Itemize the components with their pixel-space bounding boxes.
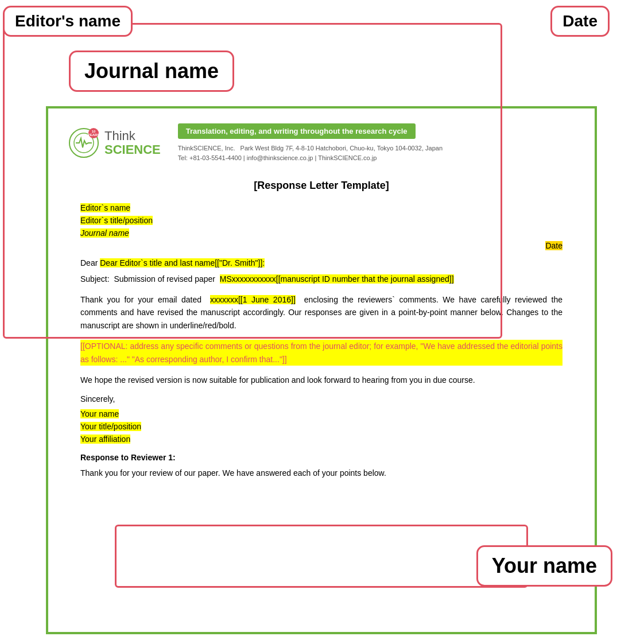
date-value: Date [545,241,562,250]
editor-title-value: Editor`s title/position [80,216,153,225]
logo-area: 10 YEARS Think SCIENCE [69,128,161,158]
document: 10 YEARS Think SCIENCE Translation, edit… [52,112,591,497]
logo-years-label: YEARS [88,133,100,137]
your-name-value: Your name [80,409,119,418]
company-name: ThinkSCIENCE, Inc. [178,145,235,152]
logo-science: SCIENCE [104,143,161,157]
your-title-value: Your title/position [80,422,141,431]
manuscript-id: MSxxxxxxxxxxx[[manuscript ID number that… [220,274,454,284]
doc-header: 10 YEARS Think SCIENCE Translation, edit… [52,112,591,168]
header-tel: Tel: +81-03-5541-4400 | info@thinkscienc… [178,153,574,163]
company-address: Park West Bldg 7F, 4-8-10 Hatchobori, Ch… [240,145,443,152]
dear-line: Dear Dear Editor`s title and last name[[… [80,258,562,267]
doc-title: [Response Letter Template] [80,180,562,192]
editor-name-field: Editor`s name [80,203,562,212]
callout-your-name: Your name [476,545,612,587]
date-placeholder: xxxxxxx[[1 June 2016]] [210,295,296,304]
response-para: Thank you for your review of our paper. … [80,467,562,479]
body-para-1: Thank you for your email dated xxxxxxx[[… [80,293,562,332]
logo-text: Think SCIENCE [104,129,161,157]
your-name-field: Your name [80,409,562,418]
logo-think: Think [104,129,161,143]
logo-circle: 10 YEARS [69,128,99,158]
callout-date: Date [550,6,610,37]
your-title-field: Your title/position [80,422,562,431]
your-affiliation-value: Your affiliation [80,434,130,444]
header-right: Translation, editing, and writing throug… [161,123,574,162]
date-field: Date [80,241,562,250]
callout-editors-name: Editor's name [3,6,133,37]
editor-name-value: Editor`s name [80,203,130,212]
editor-title-field: Editor`s title/position [80,216,562,225]
red-box-yourname [115,525,528,588]
your-affiliation-field: Your affiliation [80,434,562,444]
subject-text: Submission of revised paper [114,274,215,284]
signature-block: Your name Your title/position Your affil… [80,409,562,444]
response-header: Response to Reviewer 1: [80,453,562,462]
body1-text: Thank you for your email dated [80,295,201,304]
subject-line: Subject: Submission of revised paper MSx… [80,273,562,285]
dear-name: Dear Editor`s title and last name[["Dr. … [100,258,265,267]
header-tagline: Translation, editing, and writing throug… [178,123,416,139]
logo-badge: 10 YEARS [88,128,99,138]
subject-label: Subject: [80,274,110,284]
doc-body: [Response Letter Template] Editor`s name… [52,168,591,497]
hope-para: We hope the revised version is now suita… [80,374,562,386]
journal-name-field: Journal name [80,228,562,238]
callout-journal-name: Journal name [69,51,234,92]
sincerely: Sincerely, [80,394,562,404]
header-company: ThinkSCIENCE, Inc. Park West Bldg 7F, 4-… [178,143,574,153]
optional-block: [[OPTIONAL: address any specific comment… [80,340,562,366]
journal-name-value: Journal name [80,228,129,238]
